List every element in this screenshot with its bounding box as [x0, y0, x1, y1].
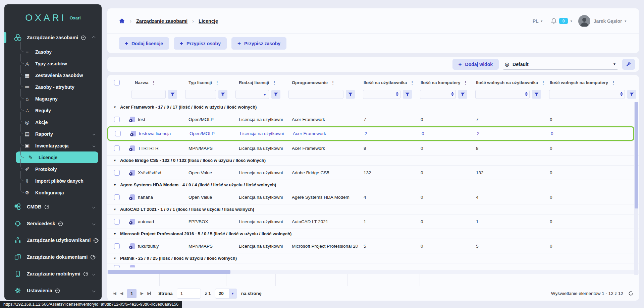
sidebar-section-ustawienia[interactable]: Ustawienia — [4, 282, 102, 299]
column-menu-icon[interactable]: ⋮ — [215, 80, 219, 85]
filter-input-oprogramowanie[interactable] — [288, 90, 343, 99]
group-header-autocad-lt-2021[interactable]: ▼AutoCAD LT 2021 - 1 / 0 / 1 (Ilość / Il… — [107, 204, 639, 214]
spinner-up-icon[interactable] — [451, 92, 454, 94]
row-checkbox[interactable] — [114, 117, 120, 122]
sidebar-section-cmdb[interactable]: CMDB — [4, 198, 102, 215]
add-view-button[interactable]: + Dodaj widok — [452, 59, 499, 70]
sidebar-section-zarzadzanie-dokumentami[interactable]: Zarządzanie dokumentami — [4, 249, 102, 265]
spinner-up-icon[interactable] — [620, 92, 623, 94]
sidebar-item-akcje[interactable]: ◎Akcje — [4, 116, 102, 128]
license-name-cell[interactable] — [126, 265, 180, 267]
license-name-cell[interactable]: Xsfsdfsdfsd — [126, 170, 180, 176]
column-menu-icon[interactable]: ⋮ — [611, 80, 615, 85]
sidebar-section-servicedesk[interactable]: Servicedesk — [4, 215, 102, 232]
license-name-cell[interactable]: hahaha — [126, 194, 180, 200]
table-row[interactable] — [107, 263, 639, 267]
filter-input-ilosc-wolnych-na-komputery[interactable] — [549, 90, 625, 99]
assign-people-button[interactable]: + Przypisz osoby — [174, 37, 227, 50]
spinner-down-icon[interactable] — [396, 95, 398, 96]
table-row-fukufdufuy[interactable]: fukufdufuyMPN/MAPSLicencja na użytkownik… — [107, 239, 639, 253]
spinner-icons[interactable] — [396, 92, 398, 96]
first-page-button[interactable]: ◀ — [113, 291, 116, 296]
vertical-scrollbar-thumb[interactable] — [635, 102, 638, 208]
sidebar-item-magazyny[interactable]: ⌂Magazyny — [4, 93, 102, 105]
spinner-down-icon[interactable] — [620, 95, 623, 96]
license-name-cell[interactable]: testowa licencja — [127, 131, 181, 136]
sidebar-section-zarzadzanie-mobilnymi[interactable]: Zarządzanie mobilnymi — [4, 265, 102, 282]
group-header-agere-systems-hda-modem[interactable]: ▼Agere Systems HDA Modem - 4 / 0 / 4 (Il… — [107, 180, 639, 190]
license-name-cell[interactable]: test — [126, 117, 180, 122]
table-row-hahaha[interactable]: hahahaOpen ValueLicencja na użytkownikaA… — [107, 190, 639, 204]
breadcrumb-link-section[interactable]: Zarządzanie zasobami — [136, 18, 187, 24]
row-checkbox[interactable] — [114, 265, 120, 267]
language-selector[interactable]: PL ▾ — [533, 18, 544, 24]
next-page-button[interactable]: ▶ — [141, 291, 143, 296]
column-menu-icon[interactable]: ⋮ — [541, 80, 544, 85]
sidebar-item-reguly[interactable]: ∴Reguły — [4, 105, 102, 116]
spinner-icons[interactable] — [620, 92, 623, 96]
spinner-icons[interactable] — [525, 92, 528, 96]
sidebar-item-typy-zasobow[interactable]: ◬Typy zasobów — [4, 58, 102, 69]
view-select[interactable]: ◎ Default ▼ — [503, 59, 618, 70]
sidebar-item-licencje[interactable]: ✎Licencje — [16, 151, 98, 163]
license-name-cell[interactable]: autocad — [126, 219, 180, 225]
group-header-platnik[interactable]: ▼Płatnik - 25 / 0 / 25 (Ilość / Ilość w … — [107, 253, 639, 263]
group-header-acer-framework[interactable]: ▼Acer Framework - 17 / 0 / 17 (Ilość / I… — [107, 102, 639, 112]
table-row-testowa-licencja[interactable]: testowa licencjaOpen/MOLPLicencja na uży… — [107, 126, 634, 141]
home-icon[interactable] — [119, 18, 125, 24]
sidebar-item-konfiguracja[interactable]: ⚙Konfiguracja — [4, 187, 102, 198]
current-page-button[interactable]: 1 — [127, 289, 137, 298]
column-menu-icon[interactable]: ⋮ — [410, 80, 414, 85]
table-row-ttrtrtr[interactable]: TTRTRTRMPN/MAPSLicencja na użytkownikaAc… — [107, 141, 639, 155]
table-row-xsfsdfsdfsd[interactable]: XsfsdfsdfsdOpen ValueLicencja na użytkow… — [107, 165, 639, 180]
column-menu-icon[interactable]: ⋮ — [272, 80, 276, 85]
chevron-down-icon[interactable]: ▼ — [263, 93, 266, 97]
sidebar-section-zarzadzanie-zasobami[interactable]: Zarządzanie zasobami — [4, 29, 102, 46]
filter-input-nazwa[interactable] — [131, 90, 166, 99]
sidebar-item-raporty[interactable]: ▤Raporty — [4, 128, 102, 140]
sidebar-item-zasoby[interactable]: ≡Zasoby — [4, 46, 102, 58]
filter-input-rodzaj-licencji[interactable]: ▼ — [235, 90, 269, 99]
spinner-down-icon[interactable] — [451, 95, 454, 96]
spinner-down-icon[interactable] — [525, 95, 528, 96]
sidebar-item-zasoby-atrybuty[interactable]: ≔Zasoby - atrybuty — [4, 81, 102, 93]
spinner-up-icon[interactable] — [396, 92, 398, 94]
page-number-input[interactable] — [177, 289, 201, 299]
row-checkbox[interactable] — [115, 131, 121, 136]
sidebar-item-inwentaryzacja[interactable]: ▣Inwentaryzacja — [4, 140, 102, 151]
row-checkbox[interactable] — [114, 170, 120, 176]
filter-button-rodzaj-licencji[interactable] — [271, 90, 280, 99]
license-name-cell[interactable]: fukufdufuy — [126, 243, 180, 249]
row-checkbox[interactable] — [114, 243, 120, 249]
table-row-test[interactable]: testOpen/MOLPLicencja na użytkownikaAcer… — [107, 112, 639, 126]
group-header-adobe-bridge-cs5[interactable]: ▼Adobe Bridge CS5 - 132 / 0 / 132 (Ilość… — [107, 155, 639, 165]
row-checkbox[interactable] — [114, 145, 120, 151]
filter-button-ilosc-na-komputery[interactable] — [458, 90, 467, 99]
filter-input-ilosc-na-uzytkownika[interactable] — [363, 90, 400, 99]
spinner-up-icon[interactable] — [525, 92, 528, 94]
assign-assets-button[interactable]: + Przypisz zasoby — [231, 37, 286, 50]
page-size-select[interactable]: 20 ▼ — [215, 289, 237, 299]
select-all-checkbox[interactable] — [114, 80, 120, 85]
table-row-autocad[interactable]: autocadFPP/BOXLicencja na użytkownikaAut… — [107, 214, 639, 229]
spinner-icons[interactable] — [451, 92, 454, 96]
filter-button-ilosc-wolnych-na-komputery[interactable] — [627, 90, 636, 99]
row-checkbox[interactable] — [114, 194, 120, 200]
group-header-microsoft-project-professional-2016[interactable]: ▼Microsoft Project Professional 2016 - 5… — [107, 229, 639, 239]
filter-button-typ-licencji[interactable] — [218, 90, 227, 99]
column-menu-icon[interactable]: ⋮ — [463, 80, 468, 85]
filter-input-typ-licencji[interactable] — [185, 90, 216, 99]
view-settings-button[interactable] — [622, 59, 635, 70]
add-license-button[interactable]: + Dodaj licencje — [119, 37, 169, 50]
column-menu-icon[interactable]: ⋮ — [151, 80, 156, 85]
sidebar-item-zestawienia-zasobow[interactable]: ▦Zestawienia zasobów — [4, 69, 102, 81]
row-checkbox[interactable] — [114, 219, 120, 225]
sidebar-section-zarzadzanie-uzytkownikami[interactable]: Zarządzanie użytkownikami — [4, 232, 102, 249]
horizontal-scrollbar-thumb[interactable] — [108, 270, 230, 274]
filter-button-nazwa[interactable] — [168, 90, 177, 99]
user-menu[interactable]: Jarek Gąsior ▾ — [574, 15, 628, 27]
filter-button-oprogramowanie[interactable] — [346, 90, 355, 99]
notifications[interactable]: 0 ▾ — [550, 18, 574, 24]
sidebar-item-import-plikow-danych[interactable]: ⇩Import plików danych — [4, 175, 102, 187]
license-name-cell[interactable]: TTRTRTR — [126, 145, 180, 151]
